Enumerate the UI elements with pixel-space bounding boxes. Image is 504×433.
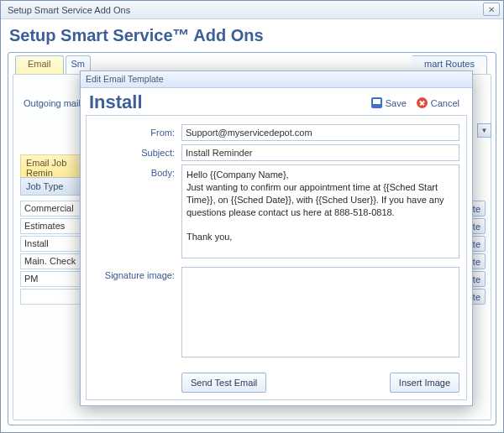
label-signature: Signature image: (93, 267, 181, 280)
edit-email-template-dialog: Edit Email Template Install Save Cancel … (80, 70, 473, 406)
label-subject: Subject: (93, 144, 181, 158)
insert-image-button[interactable]: Insert Image (390, 373, 459, 393)
tab-email[interactable]: Email (15, 55, 64, 74)
dialog-body: Save Cancel From: Subject: Body: Signatu… (86, 115, 467, 400)
window-titlebar: Setup Smart Service Add Ons ✕ (1, 1, 503, 19)
close-window-button[interactable]: ✕ (483, 3, 500, 16)
cancel-label: Cancel (431, 98, 459, 108)
save-icon (371, 97, 382, 108)
label-from: From: (93, 124, 181, 138)
cancel-icon (417, 97, 428, 108)
dialog-titlebar: Edit Email Template (81, 71, 472, 88)
subject-input[interactable] (181, 144, 459, 161)
chevron-down-icon: ▼ (481, 127, 488, 134)
dialog-action-bar: Save Cancel (371, 97, 459, 108)
close-icon: ✕ (488, 5, 495, 14)
signature-image-area[interactable] (181, 267, 459, 357)
window-title: Setup Smart Service Add Ons (4, 5, 130, 15)
save-button[interactable]: Save (371, 97, 407, 108)
send-test-email-button[interactable]: Send Test Email (181, 373, 266, 393)
page-title: Setup Smart Service™ Add Ons (1, 19, 503, 49)
label-body: Body: (93, 164, 181, 178)
body-textarea[interactable] (181, 164, 459, 258)
dropdown-handle[interactable]: ▼ (477, 123, 491, 138)
cancel-button[interactable]: Cancel (417, 97, 459, 108)
save-label: Save (386, 98, 407, 108)
from-input[interactable] (181, 124, 459, 141)
